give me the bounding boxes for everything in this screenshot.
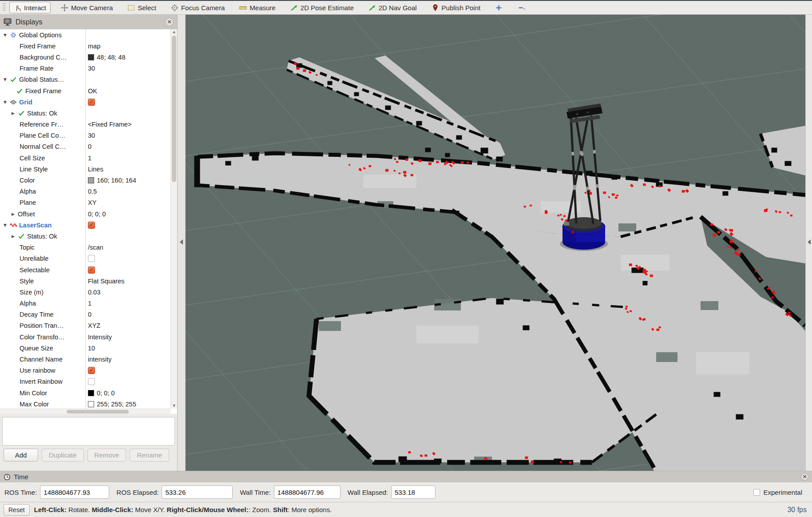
time-panel-header[interactable]: Time ✕ [0, 471, 812, 482]
scroll-down-icon[interactable]: ▼ [171, 403, 177, 409]
toolbar-grip-handle[interactable] [3, 3, 6, 12]
toolbar-button-plus[interactable] [491, 2, 507, 13]
tree-row-color[interactable]: Color160; 160; 164 [0, 175, 177, 186]
property-value-cell[interactable]: 30 [85, 130, 177, 141]
tree-row-alpha[interactable]: Alpha1 [0, 298, 177, 309]
tree-row-invert-rainbow[interactable]: Invert Rainbow [0, 376, 177, 387]
tree-row-cell-size[interactable]: Cell Size1 [0, 152, 177, 163]
color-swatch[interactable] [88, 401, 94, 407]
property-value-cell[interactable] [85, 29, 177, 40]
tree-row-channel-name[interactable]: Channel Nameintensity [0, 354, 177, 365]
tree-row-background-c[interactable]: Background C…48; 48; 48 [0, 52, 177, 63]
time-close-icon[interactable]: ✕ [801, 473, 808, 481]
property-value-cell[interactable] [85, 231, 177, 242]
property-value-cell[interactable]: 0.5 [85, 186, 177, 197]
wall-elapsed-input[interactable] [391, 485, 436, 499]
property-checkbox[interactable] [88, 266, 95, 274]
property-value-cell[interactable]: Lines [85, 163, 177, 175]
property-value-cell[interactable]: 0 [85, 141, 177, 152]
toolbar-button-publish-point[interactable]: Publish Point [427, 2, 485, 13]
ros-time-input[interactable] [40, 485, 109, 499]
expander-closed-icon[interactable]: ▶ [11, 212, 16, 216]
displays-panel-header[interactable]: Displays ✕ [0, 15, 177, 29]
property-value-cell[interactable] [85, 365, 177, 376]
reset-button[interactable]: Reset [4, 504, 30, 516]
property-value-cell[interactable]: Intensity [85, 331, 177, 342]
toolbar-button-2d-pose-estimate[interactable]: 2D Pose Estimate [286, 2, 358, 13]
property-checkbox[interactable] [88, 99, 95, 106]
expander-open-icon[interactable]: ▼ [3, 223, 8, 227]
panel-collapse-arrow[interactable] [180, 239, 183, 245]
property-value-cell[interactable]: 0; 0; 0 [85, 387, 177, 398]
tree-row-status-ok[interactable]: ▶Status: Ok [0, 107, 177, 119]
property-value-cell[interactable]: 255; 255; 255 [85, 398, 177, 410]
property-value-cell[interactable]: 0; 0; 0 [85, 208, 177, 219]
property-value-cell[interactable] [85, 253, 177, 264]
property-value-cell[interactable]: 160; 160; 164 [85, 175, 177, 186]
expander-open-icon[interactable]: ▼ [3, 33, 8, 37]
toolbar-button-minus-dropdown[interactable] [513, 2, 531, 13]
toolbar-button-interact[interactable]: Interact [9, 2, 51, 13]
expander-closed-icon[interactable]: ▶ [11, 234, 16, 239]
ros-elapsed-input[interactable] [162, 485, 233, 499]
tree-row-queue-size[interactable]: Queue Size10 [0, 342, 177, 354]
tree-row-fixed-frame[interactable]: Fixed Framemap [0, 40, 177, 52]
tree-row-max-color[interactable]: Max Color255; 255; 255 [0, 398, 177, 410]
scrollbar-thumb[interactable] [172, 36, 176, 182]
tree-row-plane[interactable]: PlaneXY [0, 197, 177, 208]
property-value-cell[interactable] [85, 107, 177, 119]
tree-row-decay-time[interactable]: Decay Time0 [0, 309, 177, 320]
property-value-cell[interactable]: 0 [85, 309, 177, 320]
toolbar-button-select[interactable]: Select [123, 2, 161, 13]
tree-row-grid[interactable]: ▼Grid [0, 96, 177, 107]
add-button[interactable]: Add [4, 449, 38, 461]
toolbar-button-move-camera[interactable]: Move Camera [56, 2, 117, 13]
tree-row-min-color[interactable]: Min Color0; 0; 0 [0, 387, 177, 398]
tree-row-global-options[interactable]: ▼Global Options [0, 29, 177, 40]
tree-row-status-ok[interactable]: ▶Status: Ok [0, 231, 177, 242]
tree-row-color-transfo[interactable]: Color Transfo…Intensity [0, 331, 177, 342]
property-value-cell[interactable]: 48; 48; 48 [85, 52, 177, 63]
tree-row-selectable[interactable]: Selectable [0, 264, 177, 275]
tree-row-normal-cell-c[interactable]: Normal Cell C…0 [0, 141, 177, 152]
property-value-cell[interactable] [85, 376, 177, 387]
color-swatch[interactable] [88, 390, 94, 396]
tree-row-position-tran[interactable]: Position Tran…XYZ [0, 320, 177, 331]
property-value-cell[interactable]: OK [85, 85, 177, 96]
wall-time-input[interactable] [274, 485, 341, 499]
property-checkbox[interactable] [88, 367, 95, 374]
tree-row-line-style[interactable]: Line StyleLines [0, 163, 177, 175]
tree-row-reference-fr[interactable]: Reference Fr…<Fixed Frame> [0, 119, 177, 130]
expander-open-icon[interactable]: ▼ [3, 100, 8, 104]
property-value-cell[interactable]: Flat Squares [85, 275, 177, 286]
tree-vertical-scrollbar[interactable]: ▲ ▼ [170, 29, 177, 409]
tree-row-alpha[interactable]: Alpha0.5 [0, 186, 177, 197]
displays-close-icon[interactable]: ✕ [165, 18, 174, 26]
remove-button[interactable]: Remove [87, 449, 127, 461]
property-value-cell[interactable]: 1 [85, 298, 177, 309]
property-value-cell[interactable]: 1 [85, 152, 177, 163]
tree-row-fixed-frame[interactable]: Fixed FrameOK [0, 85, 177, 96]
tree-row-offset[interactable]: ▶Offset0; 0; 0 [0, 208, 177, 219]
property-value-cell[interactable]: XYZ [85, 320, 177, 331]
tree-horizontal-scrollbar[interactable] [0, 409, 170, 414]
scrollbar-thumb[interactable] [67, 410, 129, 414]
property-checkbox[interactable] [88, 222, 95, 229]
expander-closed-icon[interactable]: ▶ [11, 111, 16, 115]
tree-row-style[interactable]: StyleFlat Squares [0, 275, 177, 286]
tree-row-topic[interactable]: Topic/scan [0, 242, 177, 253]
tree-row-plane-cell-co[interactable]: Plane Cell Co…30 [0, 130, 177, 141]
property-checkbox[interactable] [88, 378, 95, 385]
tree-row-use-rainbow[interactable]: Use rainbow [0, 365, 177, 376]
3d-viewport[interactable] [186, 15, 805, 471]
tree-row-global-status[interactable]: ▼Global Status… [0, 74, 177, 85]
left-splitter[interactable] [178, 15, 186, 471]
color-swatch[interactable] [88, 177, 94, 183]
property-value-cell[interactable]: 10 [85, 342, 177, 354]
toolbar-button-focus-camera[interactable]: Focus Camera [166, 2, 229, 13]
toolbar-button-2d-nav-goal[interactable]: 2D Nav Goal [364, 2, 421, 13]
scroll-up-icon[interactable]: ▲ [171, 29, 177, 35]
property-value-cell[interactable] [85, 219, 177, 231]
property-checkbox[interactable] [88, 255, 95, 262]
tree-row-laserscan[interactable]: ▼LaserScan [0, 219, 177, 231]
